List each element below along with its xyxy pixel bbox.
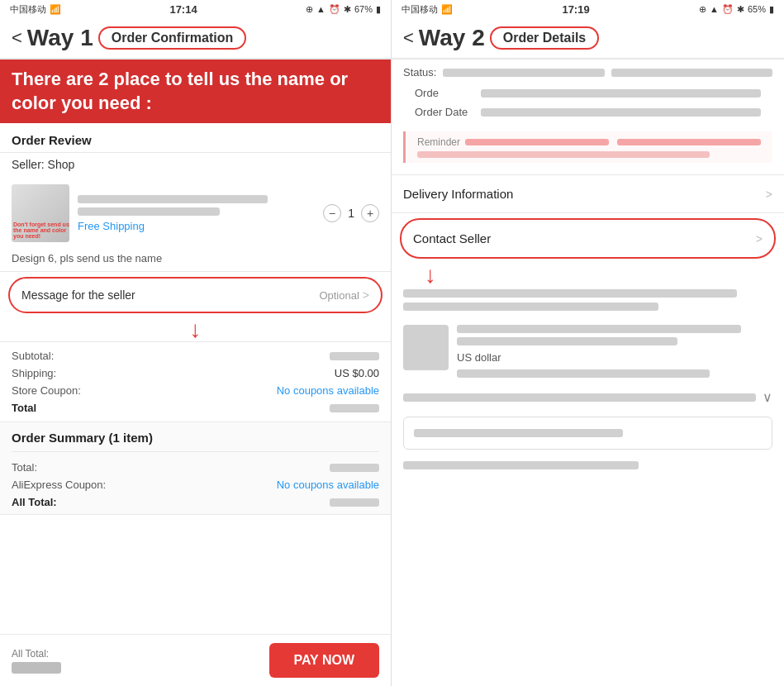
- reminder-label: Reminder: [417, 136, 460, 148]
- summary-all-blurred: [330, 498, 379, 507]
- product-name-blurred: [78, 195, 268, 203]
- divider-product: [0, 271, 391, 272]
- arrow-indicator: ↓: [0, 318, 391, 341]
- design-note: Design 6, pls send us the name: [0, 249, 391, 271]
- right-product-thumb: [403, 325, 449, 370]
- summary-total: Total:: [12, 459, 379, 476]
- pay-label: All Total:: [12, 648, 61, 660]
- dropdown-row: ∨: [392, 384, 784, 410]
- time-left: 17:14: [169, 3, 197, 16]
- battery-icon-left: ▮: [376, 4, 381, 15]
- summary-coupon-label: AliExpress Coupon:: [12, 479, 106, 491]
- cost-shipping: Shipping: US $0.00: [12, 364, 379, 382]
- summary-total-blurred: [330, 464, 379, 472]
- carrier-right: 中国移动 📶: [402, 3, 453, 16]
- pay-now-bar: All Total: PAY NOW: [0, 634, 391, 686]
- order-row: Orde: [403, 83, 772, 102]
- total-label: Total: [12, 402, 36, 414]
- dollar-label: US dollar: [457, 350, 772, 365]
- qty-plus-button[interactable]: +: [361, 204, 379, 222]
- contact-seller-label: Contact Seller: [413, 231, 491, 245]
- message-seller-row[interactable]: Message for the seller Optional >: [8, 277, 382, 313]
- reminder-value-blurred: [465, 139, 609, 145]
- free-shipping-label: Free Shipping: [78, 220, 315, 232]
- carrier-left: 中国移动 📶: [10, 3, 61, 16]
- shipping-value: US $0.00: [335, 367, 379, 379]
- reminder-detail-blurred: [417, 151, 710, 158]
- product-info-blurred3: [457, 369, 710, 378]
- arrow-indicator-right: ↓: [392, 264, 784, 287]
- way-label-left: Way 1: [27, 25, 93, 51]
- order-label: Orde: [415, 87, 481, 99]
- alarm-icon: ⏰: [329, 4, 340, 15]
- order-summary-section: Order Summary (1 item) Total: AliExpress…: [0, 422, 391, 514]
- total-value-blurred: [330, 404, 379, 412]
- right-product-info: US dollar: [457, 325, 772, 378]
- way-label-right: Way 2: [419, 25, 485, 51]
- wifi-icon-left: 📶: [50, 4, 61, 15]
- reminder-row: Reminder: [417, 136, 761, 148]
- summary-all-total: All Total:: [12, 493, 379, 511]
- qty-minus-button[interactable]: −: [323, 204, 341, 222]
- message-seller-label: Message for the seller: [21, 288, 319, 302]
- blurred-row3: [403, 461, 639, 469]
- product-info-blurred1: [457, 325, 741, 333]
- cost-total: Total: [12, 399, 379, 417]
- status-section: Status: Orde Order Date: [392, 60, 784, 128]
- bt-icon-r: ✱: [737, 4, 744, 15]
- status-value-blurred: [443, 69, 604, 77]
- contact-chevron-icon: >: [756, 232, 763, 245]
- left-panel: 中国移动 📶 17:14 ⊕ ▲ ⏰ ✱ 67% ▮ < Way 1 Order…: [0, 0, 392, 686]
- summary-total-label: Total:: [12, 461, 37, 474]
- delivery-chevron-icon: >: [766, 188, 772, 201]
- blurred-row1: [403, 289, 737, 298]
- product-image: Don't forget send us the name and color …: [12, 184, 69, 242]
- dropdown-value-blurred: [403, 393, 756, 402]
- pay-now-button[interactable]: PAY NOW: [269, 643, 380, 678]
- status-bar-right: 中国移动 📶 17:19 ⊕ ▲ ⏰ ✱ 65% ▮: [392, 0, 784, 18]
- contact-seller-row[interactable]: Contact Seller >: [400, 218, 776, 259]
- status-bar-left: 中国移动 📶 17:14 ⊕ ▲ ⏰ ✱ 67% ▮: [0, 0, 391, 18]
- product-info: Free Shipping: [78, 195, 315, 232]
- subtotal-value-blurred: [330, 352, 379, 360]
- order-review-title: Order Review: [0, 123, 391, 152]
- back-button-left[interactable]: <: [12, 27, 22, 49]
- reminder-value-blurred2: [617, 139, 761, 145]
- product-row: Don't forget send us the name and color …: [0, 178, 391, 249]
- order-confirmation-title: Order Confirmation: [98, 26, 247, 50]
- status-value-blurred2: [611, 69, 772, 77]
- pay-amount-blurred: [12, 662, 61, 674]
- right-panel: 中国移动 📶 17:19 ⊕ ▲ ⏰ ✱ 65% ▮ < Way 2 Order…: [392, 0, 784, 686]
- dropdown-chevron-icon: ∨: [763, 389, 772, 405]
- order-summary-title: Order Summary (1 item): [12, 431, 379, 445]
- summary-all-label: All Total:: [12, 496, 57, 508]
- coupon-label: Store Coupon:: [12, 384, 81, 397]
- wifi-icon-right: 📶: [441, 4, 453, 15]
- status-label: Status:: [403, 66, 436, 79]
- product-sku-blurred: [78, 207, 220, 216]
- order-date-row: Order Date: [403, 102, 772, 121]
- message-chevron-icon: >: [363, 288, 369, 302]
- input-box[interactable]: [403, 417, 772, 450]
- time-right: 17:19: [562, 3, 589, 16]
- seller-row: Seller: Shop: [0, 153, 391, 178]
- product-image-inner: Don't forget send us the name and color …: [12, 184, 69, 242]
- product-info-blurred2: [457, 337, 677, 345]
- qty-value: 1: [348, 207, 354, 220]
- battery-text-left: 67%: [354, 4, 373, 14]
- battery-icon-right: ▮: [769, 4, 774, 15]
- summary-coupon-value: No coupons available: [277, 479, 379, 491]
- battery-left: ⊕ ▲ ⏰ ✱ 67% ▮: [306, 4, 381, 15]
- divider-summary-end: [0, 514, 391, 515]
- signal-icon-r: ▲: [710, 4, 719, 14]
- alarm-icon-r: ⏰: [722, 4, 734, 15]
- pay-total-info: All Total:: [12, 648, 61, 674]
- back-button-right[interactable]: <: [403, 27, 414, 49]
- delivery-information-row[interactable]: Delivery Information >: [392, 175, 784, 213]
- coupon-value: No coupons available: [277, 384, 379, 397]
- cost-coupon: Store Coupon: No coupons available: [12, 382, 379, 399]
- summary-coupon: AliExpress Coupon: No coupons available: [12, 476, 379, 493]
- cost-section: Subtotal: Shipping: US $0.00 Store Coupo…: [0, 342, 391, 422]
- input-value-blurred: [414, 429, 623, 437]
- order-date-label: Order Date: [415, 106, 481, 118]
